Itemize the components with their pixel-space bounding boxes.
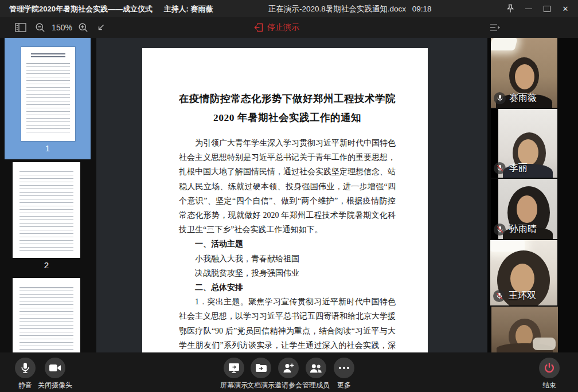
participant-name: 王环双 bbox=[509, 290, 536, 302]
mic-status-icon bbox=[494, 92, 506, 104]
presenting-status: 正在演示-2020.8暑期社会实践通知.docx 09:18 bbox=[268, 4, 432, 14]
more-label: 更多 bbox=[337, 381, 351, 390]
page-number-2: 2 bbox=[13, 260, 80, 270]
screen-share-button[interactable] bbox=[224, 358, 244, 378]
zoom-out-icon[interactable] bbox=[35, 22, 45, 33]
document-page: 在疫情防控常态化形势下做好郑州工程技术学院 2020 年暑期社会实践工作的通知 … bbox=[142, 48, 428, 352]
invite-button[interactable] bbox=[278, 358, 299, 378]
video-feed bbox=[491, 307, 558, 352]
meeting-title-area: 管理学院2020年暑期社会实践——成立仪式 主持人: 赛雨薇 bbox=[9, 4, 213, 14]
more-dots-icon bbox=[338, 366, 350, 370]
screen-share-label: 屏幕演示 bbox=[220, 381, 248, 390]
document-body: 为引领广大青年学生深入学习贯彻习近平新时代中国特色社会主义思想特别是习近平总书记… bbox=[179, 136, 396, 352]
exit-presentation-icon bbox=[254, 23, 263, 32]
video-tile-unnamed[interactable] bbox=[491, 307, 558, 352]
camera-icon bbox=[49, 363, 61, 373]
zoom-level[interactable]: 150% bbox=[49, 23, 75, 32]
ceiling-light bbox=[490, 240, 525, 252]
document-share-icon bbox=[255, 363, 267, 373]
mute-label: 静音 bbox=[18, 381, 32, 390]
thumbnail-text-lines bbox=[19, 171, 73, 251]
invite-label: 邀请参会 bbox=[275, 381, 302, 390]
fit-screen-icon[interactable] bbox=[97, 23, 105, 32]
participant-name-tag: 孙雨晴 bbox=[494, 224, 537, 236]
participant-name-tag: 赛雨薇 bbox=[494, 92, 537, 104]
doc-share-label: 文档演示 bbox=[247, 381, 275, 390]
camera-label: 关闭摄像头 bbox=[38, 381, 72, 390]
mic-muted-icon bbox=[493, 290, 505, 302]
manage-members-button[interactable] bbox=[306, 358, 326, 378]
maximize-button[interactable] bbox=[538, 0, 556, 17]
page-thumbnail-rail: 1 2 bbox=[0, 38, 96, 352]
mic-muted-icon bbox=[494, 224, 506, 236]
meeting-control-bar: 静音 关闭摄像头 屏幕演示 文档演示 邀请参会 管理成员 更多 结束 bbox=[0, 352, 578, 392]
thumbnail-panel-toggle-icon[interactable] bbox=[15, 23, 26, 32]
participant-name: 孙雨晴 bbox=[509, 224, 537, 236]
microphone-icon bbox=[20, 362, 30, 374]
stop-presenting-label: 停止演示 bbox=[267, 22, 299, 33]
manage-members-label: 管理成员 bbox=[302, 381, 330, 390]
mute-button[interactable] bbox=[15, 358, 36, 378]
minimize-button[interactable] bbox=[520, 0, 538, 17]
thumbnail-text-lines bbox=[19, 287, 73, 352]
meeting-host: 主持人: 赛雨薇 bbox=[164, 5, 213, 13]
video-tile-sunyuqing[interactable]: 孙雨晴 bbox=[491, 179, 557, 239]
presenting-filename: 正在演示-2020.8暑期社会实践通知.docx bbox=[268, 5, 406, 13]
mic-muted-icon bbox=[494, 162, 506, 174]
thumbnail-title-lines bbox=[31, 53, 65, 58]
participant-name-tag: 王环双 bbox=[493, 290, 536, 302]
document-title-line1: 在疫情防控常态化形势下做好郑州工程技术学院 bbox=[179, 89, 396, 108]
page-thumbnail-3[interactable] bbox=[13, 278, 80, 352]
end-meeting-button[interactable] bbox=[539, 358, 560, 378]
document-title: 在疫情防控常态化形势下做好郑州工程技术学院 2020 年暑期社会实践工作的通知 bbox=[179, 89, 396, 127]
pin-icon[interactable] bbox=[501, 0, 520, 17]
page-thumbnail-2[interactable] bbox=[13, 162, 80, 258]
screen-share-icon bbox=[228, 363, 240, 374]
ceiling-light bbox=[491, 38, 518, 50]
members-icon bbox=[310, 363, 322, 373]
page-number-1: 1 bbox=[5, 143, 91, 153]
main-content: 1 2 在疫情防控常态化形势下做好郑州工程技术学院 2020 年暑期社会实践工作… bbox=[0, 38, 578, 352]
document-title-line2: 2020 年暑期社会实践工作的通知 bbox=[179, 108, 396, 127]
doc-heading-2: 二、总体安排 bbox=[179, 280, 396, 295]
invite-person-icon bbox=[283, 363, 294, 373]
meeting-timer: 09:18 bbox=[412, 5, 432, 13]
participant-name: 赛雨薇 bbox=[509, 92, 537, 104]
zoom-in-icon[interactable] bbox=[78, 22, 88, 33]
document-viewer: 在疫情防控常态化形势下做好郑州工程技术学院 2020 年暑期社会实践工作的通知 … bbox=[96, 38, 487, 352]
doc-paragraph-arrangement: 1．突出主题。聚焦学习宣传贯彻习近平新时代中国特色社会主义思想，以学习习近平总书… bbox=[179, 295, 396, 352]
doc-paragraph-intro: 为引领广大青年学生深入学习贯彻习近平新时代中国特色社会主义思想特别是习近平总书记… bbox=[179, 136, 396, 237]
participant-list-toggle-icon[interactable] bbox=[490, 23, 501, 32]
camera-button[interactable] bbox=[45, 358, 65, 378]
more-button[interactable] bbox=[334, 358, 354, 378]
doc-heading-1: 一、活动主题 bbox=[179, 237, 396, 251]
window-controls: ✕ bbox=[501, 0, 575, 17]
video-tile-lili[interactable]: 李丽 bbox=[491, 109, 557, 178]
page-thumbnail-1[interactable] bbox=[21, 47, 75, 141]
window-titlebar: 管理学院2020年暑期社会实践——成立仪式 主持人: 赛雨薇 正在演示-2020… bbox=[0, 0, 578, 17]
participant-name-tag: 李丽 bbox=[494, 162, 528, 174]
close-button[interactable]: ✕ bbox=[556, 0, 575, 17]
participant-video-rail: 赛雨薇 李丽 bbox=[487, 38, 578, 352]
doc-theme-line-1: 小我融入大我，青春献给祖国 bbox=[179, 252, 396, 266]
power-icon bbox=[544, 362, 555, 374]
video-tile-wanghuanshuang[interactable]: 王环双 bbox=[490, 240, 557, 305]
participant-name: 李丽 bbox=[509, 162, 528, 174]
end-meeting-label: 结束 bbox=[542, 381, 556, 390]
doc-theme-line-2: 决战脱贫攻坚，投身强国伟业 bbox=[179, 266, 396, 280]
video-tile-saiyuwei[interactable]: 赛雨薇 bbox=[491, 38, 557, 108]
background-object bbox=[533, 338, 556, 350]
stop-presenting-button[interactable]: 停止演示 bbox=[254, 22, 299, 33]
doc-share-button[interactable] bbox=[251, 358, 271, 378]
thumbnail-text-lines bbox=[26, 63, 70, 134]
presentation-toolbar: 150% 停止演示 bbox=[0, 17, 578, 38]
meeting-title: 管理学院2020年暑期社会实践——成立仪式 bbox=[9, 5, 153, 13]
